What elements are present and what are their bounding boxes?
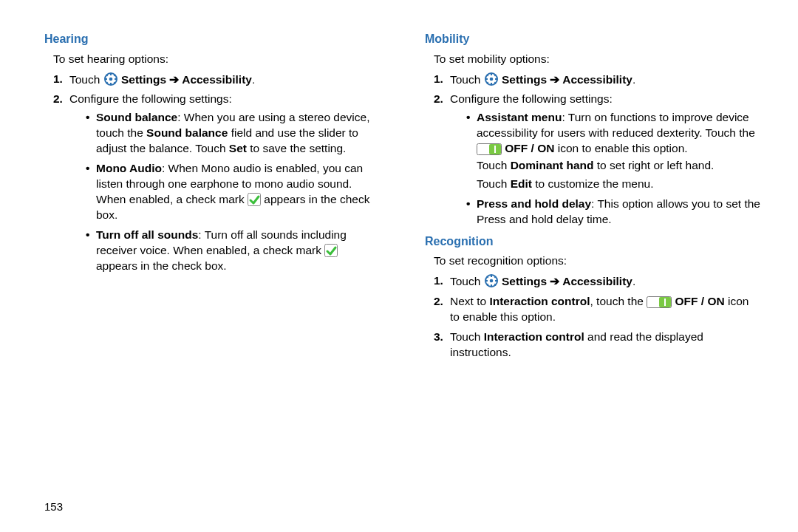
turn-off-sounds-item: Turn off all sounds: Turn off all sounds… xyxy=(86,228,381,274)
press-hold-item: Press and hold delay: This option allows… xyxy=(466,197,761,228)
turn-off-sounds-label: Turn off all sounds xyxy=(96,228,198,241)
configure-label: Configure the following settings: xyxy=(450,92,613,105)
recognition-heading: Recognition xyxy=(425,233,761,250)
mono-audio-item: Mono Audio: When Mono audio is enabled, … xyxy=(86,161,381,223)
left-column: Hearing To set hearing options: 1. Touch… xyxy=(44,30,381,365)
hearing-steps: 1. Touch Settings ➔ Accessibility. 2. Co… xyxy=(53,72,381,274)
recognition-step-3: 3. Touch Interaction control and read th… xyxy=(434,330,761,361)
step-number: 1. xyxy=(434,273,443,289)
mobility-heading: Mobility xyxy=(425,31,761,47)
page-number: 153 xyxy=(44,499,63,514)
page-columns: Hearing To set hearing options: 1. Touch… xyxy=(44,30,761,365)
hearing-step-2: 2. Configure the following settings: Sou… xyxy=(53,92,381,273)
checkmark-icon xyxy=(324,244,338,257)
toggle-icon xyxy=(647,296,672,308)
settings-path: Settings ➔ Accessibility xyxy=(502,275,632,287)
mono-audio-label: Mono Audio xyxy=(96,162,162,174)
assistant-menu-item: Assistant menu: Turn on functions to imp… xyxy=(466,110,761,192)
mobility-step-1: 1. Touch Settings ➔ Accessibility. xyxy=(434,72,761,88)
gear-icon xyxy=(484,273,499,288)
assistant-menu-label: Assistant menu xyxy=(477,111,562,123)
hearing-intro: To set hearing options: xyxy=(53,52,381,67)
toggle-icon xyxy=(477,143,502,155)
settings-path: Settings ➔ Accessibility xyxy=(121,73,252,86)
mobility-step-2: 2. Configure the following settings: Ass… xyxy=(434,92,761,227)
mobility-steps: 1. Touch Settings ➔ Accessibility. 2. Co… xyxy=(434,72,761,228)
step-number: 1. xyxy=(53,72,63,87)
step-number: 2. xyxy=(434,92,443,107)
step-number: 2. xyxy=(434,294,443,310)
hearing-bullets: Sound balance: When you are using a ster… xyxy=(86,110,381,273)
mobility-bullets: Assistant menu: Turn on functions to imp… xyxy=(466,110,761,227)
touch-label: Touch xyxy=(450,275,480,287)
edit-note: Touch Edit to customize the menu. xyxy=(477,177,761,192)
sound-balance-item: Sound balance: When you are using a ster… xyxy=(86,110,381,157)
checkmark-icon xyxy=(248,193,261,206)
dominant-hand-note: Touch Dominant hand to set right or left… xyxy=(477,158,761,174)
press-hold-label: Press and hold delay xyxy=(477,197,591,210)
step-number: 2. xyxy=(53,92,63,107)
sound-balance-label: Sound balance xyxy=(96,111,177,123)
settings-path: Settings ➔ Accessibility xyxy=(502,73,632,86)
hearing-heading: Hearing xyxy=(44,31,381,47)
touch-label: Touch xyxy=(450,73,480,86)
touch-label: Touch xyxy=(69,73,100,86)
recognition-steps: 1. Touch Settings ➔ Accessibility. 2. Ne… xyxy=(434,273,761,361)
mobility-intro: To set mobility options: xyxy=(434,52,761,67)
recognition-step-1: 1. Touch Settings ➔ Accessibility. xyxy=(434,273,761,290)
recognition-intro: To set recognition options: xyxy=(434,253,761,269)
gear-icon xyxy=(484,72,499,86)
gear-icon xyxy=(103,72,118,86)
configure-label: Configure the following settings: xyxy=(69,92,232,105)
recognition-step-2: 2. Next to Interaction control, touch th… xyxy=(434,294,761,325)
step-number: 3. xyxy=(434,330,443,345)
step-number: 1. xyxy=(434,72,443,87)
right-column: Mobility To set mobility options: 1. Tou… xyxy=(425,30,761,365)
hearing-step-1: 1. Touch Settings ➔ Accessibility. xyxy=(53,72,381,88)
